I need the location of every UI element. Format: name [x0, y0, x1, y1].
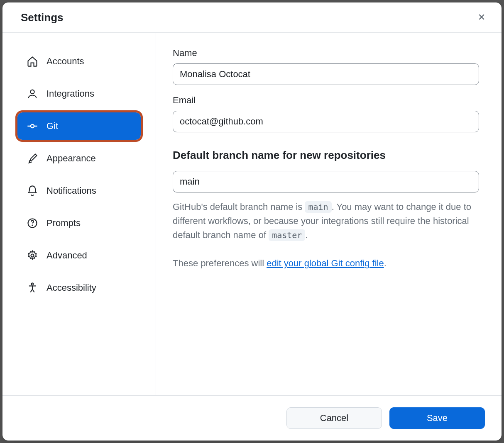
name-input[interactable] — [173, 63, 479, 85]
name-label: Name — [173, 48, 479, 58]
person-icon — [27, 88, 38, 100]
modal-title: Settings — [21, 11, 64, 24]
sidebar-item-label: Git — [46, 121, 58, 131]
default-branch-heading: Default branch name for new repositories — [173, 149, 479, 162]
settings-modal: Settings Accounts Integratio — [2, 2, 502, 441]
sidebar-item-appearance[interactable]: Appearance — [17, 145, 141, 172]
paintbrush-icon — [27, 153, 38, 164]
settings-content: Name Email Default branch name for new r… — [156, 33, 502, 395]
sidebar-item-label: Prompts — [46, 218, 81, 229]
home-icon — [27, 56, 38, 67]
gear-icon — [27, 250, 38, 261]
sidebar-item-label: Accessibility — [46, 282, 96, 293]
svg-point-5 — [32, 225, 32, 226]
email-input[interactable] — [173, 111, 479, 132]
bell-icon — [27, 185, 38, 197]
cancel-button[interactable]: Cancel — [286, 407, 382, 429]
modal-footer: Cancel Save — [2, 395, 502, 441]
settings-sidebar: Accounts Integrations Git — [2, 33, 156, 395]
code-main: main — [305, 201, 331, 213]
close-icon — [477, 12, 486, 23]
branch-help-text: GitHub's default branch name is main. Yo… — [173, 200, 479, 242]
sidebar-item-git[interactable]: Git — [17, 112, 141, 140]
sidebar-item-accessibility[interactable]: Accessibility — [17, 274, 141, 302]
code-master: master — [269, 229, 305, 241]
svg-point-0 — [30, 90, 34, 94]
close-button[interactable] — [475, 11, 488, 24]
sidebar-item-accounts[interactable]: Accounts — [17, 48, 141, 75]
sidebar-item-integrations[interactable]: Integrations — [17, 80, 141, 107]
edit-git-config-link[interactable]: edit your global Git config file — [267, 258, 384, 268]
default-branch-input[interactable] — [173, 171, 479, 192]
sidebar-item-notifications[interactable]: Notifications — [17, 177, 141, 204]
accessibility-icon — [27, 282, 38, 294]
question-circle-icon — [27, 217, 38, 229]
email-field: Email — [173, 95, 479, 132]
sidebar-item-label: Accounts — [46, 56, 84, 67]
save-button[interactable]: Save — [389, 407, 485, 429]
svg-point-1 — [31, 124, 34, 128]
sidebar-item-label: Notifications — [46, 185, 96, 196]
name-field: Name — [173, 48, 479, 85]
svg-point-6 — [31, 254, 34, 257]
sidebar-item-label: Advanced — [46, 250, 87, 261]
sidebar-item-prompts[interactable]: Prompts — [17, 209, 141, 237]
config-help-text: These preferences will edit your global … — [173, 256, 479, 270]
modal-body: Accounts Integrations Git — [2, 33, 502, 395]
sidebar-item-label: Appearance — [46, 153, 96, 164]
svg-point-7 — [32, 283, 34, 285]
sidebar-item-advanced[interactable]: Advanced — [17, 242, 141, 269]
sidebar-item-label: Integrations — [46, 88, 94, 99]
email-label: Email — [173, 95, 479, 106]
git-commit-icon — [27, 120, 38, 132]
modal-header: Settings — [2, 2, 502, 33]
